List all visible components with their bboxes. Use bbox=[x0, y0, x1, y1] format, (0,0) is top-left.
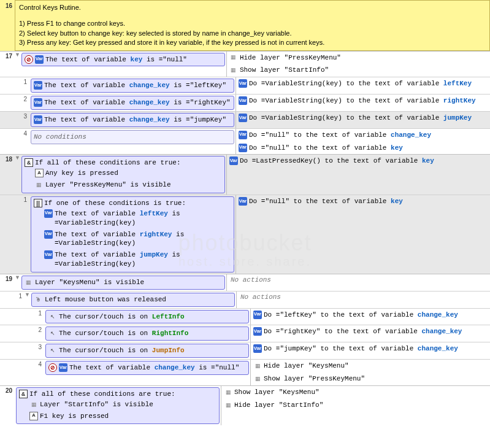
expand-icon[interactable]: ▼ bbox=[25, 292, 30, 308]
sub-number: 2 bbox=[15, 95, 29, 111]
variable-icon: Var bbox=[239, 114, 247, 122]
layer-icon: ▦ bbox=[229, 66, 238, 74]
event-19-1-2[interactable]: 2 ↖ The cursor/touch is on RightInfo Var… bbox=[0, 325, 490, 342]
condition-text: The text of variable change_key is ="rig… bbox=[44, 98, 231, 107]
action[interactable]: VarDo =VariableString(key) to the text o… bbox=[236, 112, 490, 125]
event-17-4[interactable]: 4 No conditions VarDo ="null" to the tex… bbox=[0, 128, 490, 155]
event-number: 19 bbox=[0, 274, 15, 291]
variable-icon: Var bbox=[44, 230, 53, 239]
action-text: Do ="null" to the text of variable key bbox=[249, 144, 488, 153]
event-number: 20 bbox=[0, 386, 15, 426]
layer-icon: ▦ bbox=[29, 400, 38, 409]
event-18-1[interactable]: 1 || If one of these conditions is true:… bbox=[0, 195, 490, 274]
action-text: Do =VariableString(key) to the text of v… bbox=[249, 96, 488, 106]
action-text: Show layer "PressKeyMenu" bbox=[264, 374, 488, 384]
sub-number: 2 bbox=[29, 325, 44, 342]
event-19-1-3[interactable]: 3 ↖ The cursor/touch is on JumpInfo VarD… bbox=[0, 342, 490, 359]
layer-icon: ▦ bbox=[25, 278, 33, 287]
expand-icon[interactable]: ▼ bbox=[15, 274, 20, 291]
event-19-1-4[interactable]: 4 ⊘ Var The text of variable change_key … bbox=[0, 359, 490, 385]
action[interactable]: VarDo =VariableString(key) to the text o… bbox=[236, 77, 490, 90]
event-19-1-1[interactable]: 1 ↖ The cursor/touch is on LeftInfo VarD… bbox=[0, 308, 490, 325]
condition[interactable]: ▦ Layer "KeysMenu" is visible bbox=[21, 276, 225, 290]
condition-text: The cursor/touch is on RightInfo bbox=[59, 329, 246, 338]
variable-icon: Var bbox=[239, 96, 247, 105]
event-19-1[interactable]: 1 ▼ 🖱 Left mouse button was released No … bbox=[0, 291, 490, 308]
condition[interactable]: ⊘ Var The text of variable change_key is… bbox=[45, 361, 249, 375]
action[interactable]: ▦Show layer "StartInfo" bbox=[227, 64, 490, 77]
action[interactable]: ▦Show layer "KeysMenu" bbox=[221, 386, 490, 399]
condition[interactable]: ↖ The cursor/touch is on LeftInfo bbox=[45, 310, 249, 324]
condition-group[interactable]: & If all of these conditions are true: ▦… bbox=[16, 387, 220, 425]
and-icon: & bbox=[19, 390, 28, 398]
condition-group[interactable]: || If one of these conditions is true: V… bbox=[31, 196, 234, 272]
condition[interactable]: Var The text of variable change_key is =… bbox=[31, 96, 234, 110]
event-number: 17 bbox=[0, 52, 15, 77]
expand-icon[interactable]: ▼ bbox=[15, 155, 20, 195]
action[interactable]: VarDo ="null" to the text of variable ke… bbox=[236, 142, 490, 155]
action[interactable]: ▦Hide layer "KeysMenu" bbox=[251, 360, 490, 373]
event-18[interactable]: 18 ▼ & If all of these conditions are tr… bbox=[0, 154, 490, 195]
key-icon: A bbox=[35, 169, 44, 177]
action-text: Show layer "StartInfo" bbox=[240, 66, 488, 75]
comment-title: Control Keys Rutine. bbox=[19, 3, 486, 12]
condition-group[interactable]: & If all of these conditions are true: A… bbox=[21, 156, 225, 193]
variable-icon: Var bbox=[34, 81, 42, 90]
event-17-2[interactable]: 2 Var The text of variable change_key is… bbox=[0, 94, 490, 111]
condition-title: If all of these conditions are true: bbox=[29, 390, 216, 399]
variable-icon: Var bbox=[239, 131, 247, 139]
action-text: Do ="leftKey" to the text of variable ch… bbox=[264, 311, 488, 320]
sub-number: 3 bbox=[29, 342, 44, 359]
condition[interactable]: No conditions bbox=[31, 130, 234, 144]
and-icon: & bbox=[25, 158, 33, 167]
layer-icon: ▦ bbox=[253, 374, 262, 383]
cursor-icon: ↖ bbox=[48, 312, 57, 321]
action[interactable]: VarDo =VariableString(key) to the text o… bbox=[236, 95, 490, 107]
variable-icon: Var bbox=[229, 156, 238, 165]
no-actions: No actions bbox=[227, 274, 490, 285]
action[interactable]: ▦Hide layer "PressKeyMenu" bbox=[227, 52, 490, 64]
condition[interactable]: Var The text of variable change_key is =… bbox=[31, 113, 234, 127]
event-17-1[interactable]: 1 Var The text of variable change_key is… bbox=[0, 77, 490, 94]
event-19[interactable]: 19 ▼ ▦ Layer "KeysMenu" is visible No ac… bbox=[0, 274, 490, 291]
event-17[interactable]: 17 ▼ ⊘ Var The text of variable key is =… bbox=[0, 51, 490, 77]
layer-icon: ▦ bbox=[229, 53, 238, 62]
cursor-icon: ↖ bbox=[48, 329, 57, 338]
variable-icon: Var bbox=[239, 144, 247, 152]
action[interactable]: VarDo ="leftKey" to the text of variable… bbox=[251, 309, 490, 322]
event-16-comment[interactable]: 16 Control Keys Rutine. 1) Press F1 to c… bbox=[0, 0, 490, 51]
condition[interactable]: Var The text of variable change_key is =… bbox=[31, 79, 234, 93]
condition-text: Layer "StartInfo" is visible bbox=[40, 400, 216, 409]
condition-text: The text of variable leftKey is =Variabl… bbox=[55, 209, 231, 228]
action[interactable]: VarDo ="null" to the text of variable ke… bbox=[236, 195, 490, 208]
action[interactable]: VarDo =LastPressedKey() to the text of v… bbox=[227, 155, 490, 168]
sub-number: 1 bbox=[10, 292, 25, 308]
comment-line: 1) Press F1 to change control keys. bbox=[19, 19, 486, 28]
event-17-3[interactable]: 3 Var The text of variable change_key is… bbox=[0, 111, 490, 128]
action[interactable]: VarDo ="null" to the text of variable ch… bbox=[236, 129, 490, 142]
sub-number: 1 bbox=[29, 309, 44, 325]
sub-number: 4 bbox=[29, 360, 44, 385]
condition-text: Left mouse button was released bbox=[45, 295, 232, 304]
condition[interactable]: ↖ The cursor/touch is on RightInfo bbox=[45, 326, 249, 341]
invert-icon: ⊘ bbox=[48, 363, 57, 372]
action[interactable]: VarDo ="jumpKey" to the text of variable… bbox=[251, 342, 490, 355]
sub-number: 4 bbox=[15, 129, 29, 155]
layer-icon: ▦ bbox=[253, 361, 262, 370]
condition-text: Any key is pressed bbox=[45, 169, 222, 178]
cursor-icon: ↖ bbox=[48, 346, 57, 355]
condition[interactable]: 🖱 Left mouse button was released bbox=[31, 293, 235, 307]
no-actions: No actions bbox=[237, 292, 490, 303]
event-20[interactable]: 20 & If all of these conditions are true… bbox=[0, 385, 490, 426]
action[interactable]: ▦Show layer "PressKeyMenu" bbox=[251, 373, 490, 385]
condition[interactable]: ↖ The cursor/touch is on JumpInfo bbox=[45, 344, 249, 358]
variable-icon: Var bbox=[35, 55, 44, 64]
condition-text: Layer "KeysMenu" is visible bbox=[35, 278, 222, 287]
action[interactable]: VarDo ="rightKey" to the text of variabl… bbox=[251, 325, 490, 338]
action[interactable]: ▦Hide layer "StartInfo" bbox=[221, 399, 490, 412]
expand-icon[interactable]: ▼ bbox=[15, 52, 20, 77]
condition[interactable]: ⊘ Var The text of variable key is ="null… bbox=[21, 53, 225, 67]
variable-icon: Var bbox=[59, 363, 67, 372]
variable-icon: Var bbox=[34, 98, 42, 107]
action-text: Hide layer "StartInfo" bbox=[234, 401, 488, 410]
